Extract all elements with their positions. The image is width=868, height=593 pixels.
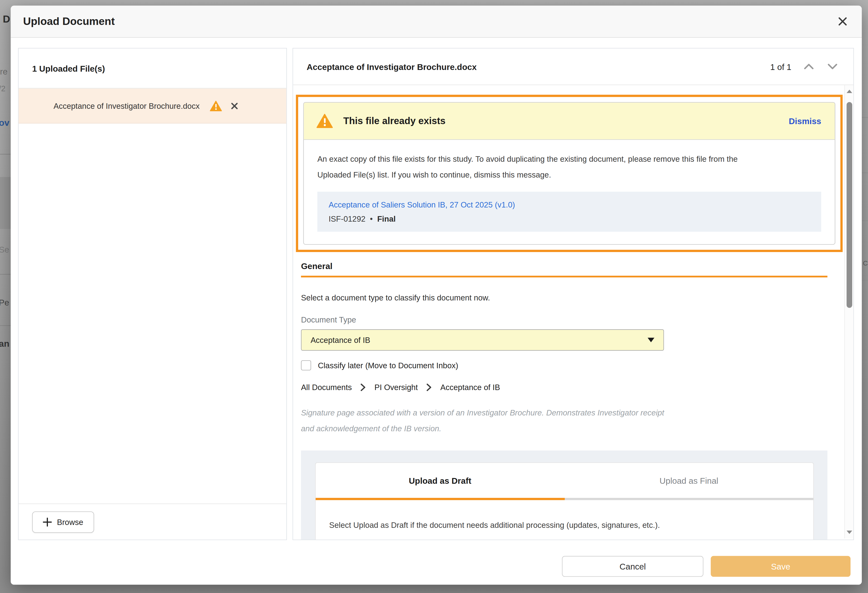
scroll-down-icon[interactable] (847, 531, 852, 534)
inactive-tab-underline (564, 498, 813, 500)
classify-instruction: Select a document type to classify this … (301, 293, 828, 302)
document-type-description: Signature page associated with a version… (301, 405, 828, 436)
page-backdrop: D re /2 ov Se Pe an C Upload Document 1 … (0, 0, 868, 593)
alert-title: This file already exists (343, 115, 446, 127)
cancel-button[interactable]: Cancel (562, 556, 703, 577)
breadcrumb: All Documents PI Oversight Acceptance of… (301, 383, 828, 392)
plus-icon (43, 517, 52, 526)
caret-down-icon (648, 338, 654, 342)
close-icon[interactable] (836, 15, 849, 28)
remove-file-icon[interactable] (231, 102, 238, 109)
document-detail-panel: Acceptance of Investigator Brochure.docx… (292, 48, 854, 540)
background-divider (0, 154, 11, 154)
breadcrumb-pi-oversight[interactable]: PI Oversight (374, 383, 418, 392)
background-divider (862, 335, 868, 336)
background-text-fragment: Se (0, 245, 9, 254)
background-text-fragment: an (0, 339, 9, 349)
background-band (0, 177, 11, 229)
chevron-down-icon[interactable] (826, 61, 839, 73)
document-pager: 1 of 1 (770, 61, 839, 73)
uploaded-file-name: Acceptance of Investigator Brochure.docx (54, 101, 200, 110)
duplicate-alert: This file already exists Dismiss An exac… (303, 102, 835, 245)
general-section: General Select a document type to classi… (301, 261, 828, 540)
duplicate-alert-header: This file already exists Dismiss (304, 102, 835, 140)
save-button[interactable]: Save (711, 556, 850, 577)
uploaded-files-header: 1 Uploaded File(s) (19, 49, 286, 89)
classify-later-checkbox[interactable] (301, 360, 311, 370)
tab-upload-as-draft[interactable]: Upload as Draft (316, 463, 564, 498)
classify-later-label: Classify later (Move to Document Inbox) (318, 361, 458, 370)
document-type-label: Document Type (301, 315, 828, 324)
tab-upload-as-final[interactable]: Upload as Final (564, 463, 813, 498)
warning-triangle-icon (316, 113, 333, 129)
document-type-select[interactable]: Acceptance of IB (301, 329, 664, 350)
dialog-body: 1 Uploaded File(s) Acceptance of Investi… (11, 38, 862, 540)
background-link-fragment: ov (0, 118, 9, 128)
document-type-value: Acceptance of IB (311, 336, 370, 345)
upload-mode-section: Upload as Draft Upload as Final Select U… (301, 450, 828, 540)
general-heading-rule (301, 276, 828, 278)
classify-later-row: Classify later (Move to Document Inbox) (301, 360, 828, 370)
duplicate-alert-highlight: This file already exists Dismiss An exac… (296, 95, 843, 252)
tab-underline-track (316, 498, 813, 500)
pager-count: 1 of 1 (770, 62, 791, 71)
uploaded-files-footer: Browse (19, 503, 286, 540)
existing-document-link[interactable]: Acceptance of Saliers Solution IB, 27 Oc… (329, 200, 515, 209)
screen: D re /2 ov Se Pe an C Upload Document 1 … (0, 0, 868, 593)
browse-button-label: Browse (57, 517, 83, 526)
background-divider (0, 325, 11, 326)
browse-button[interactable]: Browse (32, 511, 94, 532)
scrollbar-thumb[interactable] (847, 102, 852, 308)
dialog-header: Upload Document (11, 6, 862, 38)
background-divider (862, 280, 868, 281)
background-divider (0, 274, 11, 275)
uploaded-files-panel: 1 Uploaded File(s) Acceptance of Investi… (18, 48, 287, 540)
background-text-fragment: /2 (0, 84, 6, 93)
background-divider (862, 173, 868, 173)
document-file-title: Acceptance of Investigator Brochure.docx (307, 62, 477, 71)
chevron-right-icon (360, 383, 366, 391)
upload-mode-card: Upload as Draft Upload as Final Select U… (315, 463, 814, 540)
background-text-fragment: Pe (0, 298, 9, 308)
document-id: ISF-01292 (329, 214, 366, 223)
general-heading: General (301, 261, 828, 271)
scroll-up-icon[interactable] (847, 90, 852, 93)
background-divider (862, 220, 868, 221)
duplicate-alert-content: An exact copy of this file exists for th… (304, 140, 835, 244)
background-text-fragment: C (863, 259, 868, 267)
uploaded-files-empty-area (19, 123, 286, 503)
dialog-footer: Cancel Save (11, 540, 862, 585)
background-text-fragment: D (3, 13, 10, 25)
existing-document-card: Acceptance of Saliers Solution IB, 27 Oc… (317, 192, 821, 232)
breadcrumb-all-documents[interactable]: All Documents (301, 383, 352, 392)
document-detail-body: This file already exists Dismiss An exac… (293, 85, 853, 540)
chevron-up-icon[interactable] (803, 61, 815, 73)
upload-as-draft-note: Select Upload as Draft if the document n… (316, 500, 813, 529)
dialog-title: Upload Document (23, 15, 115, 28)
existing-document-meta: ISF-01292 • Final (329, 214, 810, 223)
document-status: Final (377, 214, 396, 223)
bullet-separator: • (370, 214, 373, 223)
chevron-right-icon (426, 383, 432, 391)
document-detail-header: Acceptance of Investigator Brochure.docx… (293, 49, 853, 85)
background-text-fragment: re (0, 67, 7, 76)
warning-triangle-icon (210, 100, 222, 111)
uploaded-files-count: 1 Uploaded File(s) (32, 64, 105, 73)
dismiss-link[interactable]: Dismiss (789, 116, 821, 126)
upload-document-dialog: Upload Document 1 Uploaded File(s) Accep… (11, 6, 862, 585)
breadcrumb-acceptance-of-ib[interactable]: Acceptance of IB (440, 383, 500, 392)
background-divider (862, 117, 868, 118)
upload-mode-tabs: Upload as Draft Upload as Final (316, 463, 813, 498)
uploaded-file-row[interactable]: Acceptance of Investigator Brochure.docx (19, 89, 286, 123)
vertical-scrollbar[interactable] (844, 85, 853, 538)
active-tab-underline (316, 498, 564, 500)
alert-message: An exact copy of this file exists for th… (317, 151, 830, 183)
